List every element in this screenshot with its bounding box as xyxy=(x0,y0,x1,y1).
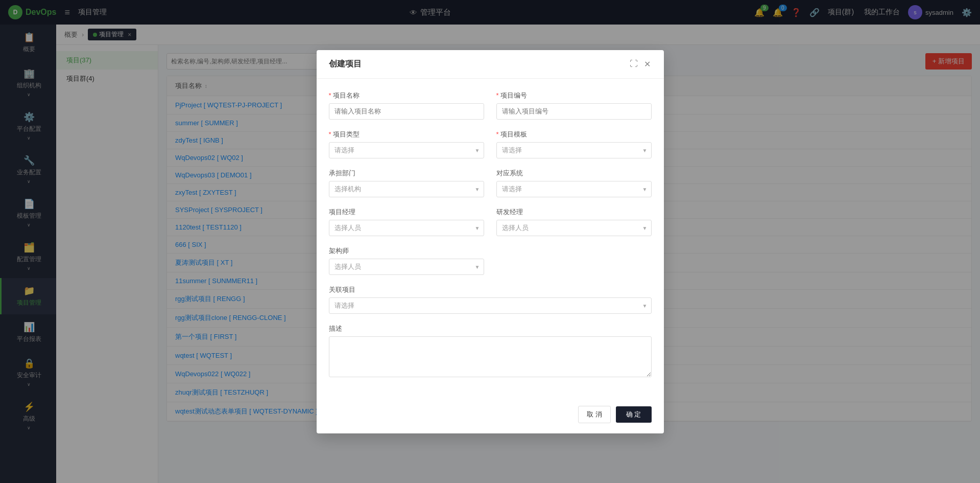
department-select[interactable]: 选择机构 xyxy=(329,181,484,197)
department-select-wrapper: 选择机构 ▼ xyxy=(329,181,484,197)
project-template-select[interactable]: 请选择 xyxy=(496,142,652,158)
project-name-label: 项目名称 xyxy=(329,91,484,100)
project-manager-select[interactable]: 选择人员 xyxy=(329,220,484,236)
form-row-5: 架构师 选择人员 ▼ xyxy=(329,246,652,275)
project-code-input[interactable] xyxy=(496,103,652,120)
modal-overlay[interactable]: 创建项目 ⛶ ✕ 项目名称 项目编号 项目类型 xyxy=(0,0,980,483)
related-system-select-wrapper: 请选择 ▼ xyxy=(496,181,652,197)
create-project-modal: 创建项目 ⛶ ✕ 项目名称 项目编号 项目类型 xyxy=(317,50,664,433)
form-row-2: 项目类型 请选择 ▼ 项目模板 请选择 ▼ xyxy=(329,130,652,158)
dev-manager-label: 研发经理 xyxy=(496,208,652,217)
form-row-7: 描述 xyxy=(329,324,652,377)
project-manager-select-wrapper: 选择人员 ▼ xyxy=(329,220,484,236)
project-type-select[interactable]: 请选择 xyxy=(329,142,484,158)
modal-expand-icon[interactable]: ⛶ xyxy=(629,58,639,70)
modal-footer: 取 消 确 定 xyxy=(317,400,664,433)
form-row-4: 项目经理 选择人员 ▼ 研发经理 选择人员 ▼ xyxy=(329,208,652,236)
field-project-type: 项目类型 请选择 ▼ xyxy=(329,130,484,158)
modal-header-actions: ⛶ ✕ xyxy=(629,58,652,70)
field-project-code: 项目编号 xyxy=(496,91,652,120)
related-project-select[interactable]: 请选择 xyxy=(329,297,652,314)
project-template-select-wrapper: 请选择 ▼ xyxy=(496,142,652,158)
related-project-label: 关联项目 xyxy=(329,285,652,294)
field-department: 承担部门 选择机构 ▼ xyxy=(329,169,484,197)
description-label: 描述 xyxy=(329,324,652,333)
modal-title: 创建项目 xyxy=(329,59,362,70)
field-project-manager: 项目经理 选择人员 ▼ xyxy=(329,208,484,236)
project-template-label: 项目模板 xyxy=(496,130,652,139)
architect-select-wrapper: 选择人员 ▼ xyxy=(329,259,484,275)
form-row-1: 项目名称 项目编号 xyxy=(329,91,652,120)
related-system-label: 对应系统 xyxy=(496,169,652,178)
project-manager-label: 项目经理 xyxy=(329,208,484,217)
project-code-label: 项目编号 xyxy=(496,91,652,100)
field-project-template: 项目模板 请选择 ▼ xyxy=(496,130,652,158)
modal-header: 创建项目 ⛶ ✕ xyxy=(317,50,664,79)
field-description: 描述 xyxy=(329,324,652,377)
form-row-6: 关联项目 请选择 ▼ xyxy=(329,285,652,314)
architect-label: 架构师 xyxy=(329,246,484,256)
field-related-project: 关联项目 请选择 ▼ xyxy=(329,285,652,314)
dev-manager-select-wrapper: 选择人员 ▼ xyxy=(496,220,652,236)
project-type-select-wrapper: 请选择 ▼ xyxy=(329,142,484,158)
dev-manager-select[interactable]: 选择人员 xyxy=(496,220,652,236)
confirm-button[interactable]: 确 定 xyxy=(616,406,652,423)
field-architect: 架构师 选择人员 ▼ xyxy=(329,246,484,275)
description-textarea[interactable] xyxy=(329,336,652,377)
modal-body: 项目名称 项目编号 项目类型 请选择 ▼ xyxy=(317,79,664,400)
related-project-select-wrapper: 请选择 ▼ xyxy=(329,297,652,314)
department-label: 承担部门 xyxy=(329,169,484,178)
field-dev-manager: 研发经理 选择人员 ▼ xyxy=(496,208,652,236)
field-project-name: 项目名称 xyxy=(329,91,484,120)
field-related-system: 对应系统 请选择 ▼ xyxy=(496,169,652,197)
cancel-button[interactable]: 取 消 xyxy=(578,406,611,423)
architect-select[interactable]: 选择人员 xyxy=(329,259,484,275)
modal-close-icon[interactable]: ✕ xyxy=(643,58,652,70)
project-name-input[interactable] xyxy=(329,103,484,120)
form-row-3: 承担部门 选择机构 ▼ 对应系统 请选择 ▼ xyxy=(329,169,652,197)
related-system-select[interactable]: 请选择 xyxy=(496,181,652,197)
project-type-label: 项目类型 xyxy=(329,130,484,139)
